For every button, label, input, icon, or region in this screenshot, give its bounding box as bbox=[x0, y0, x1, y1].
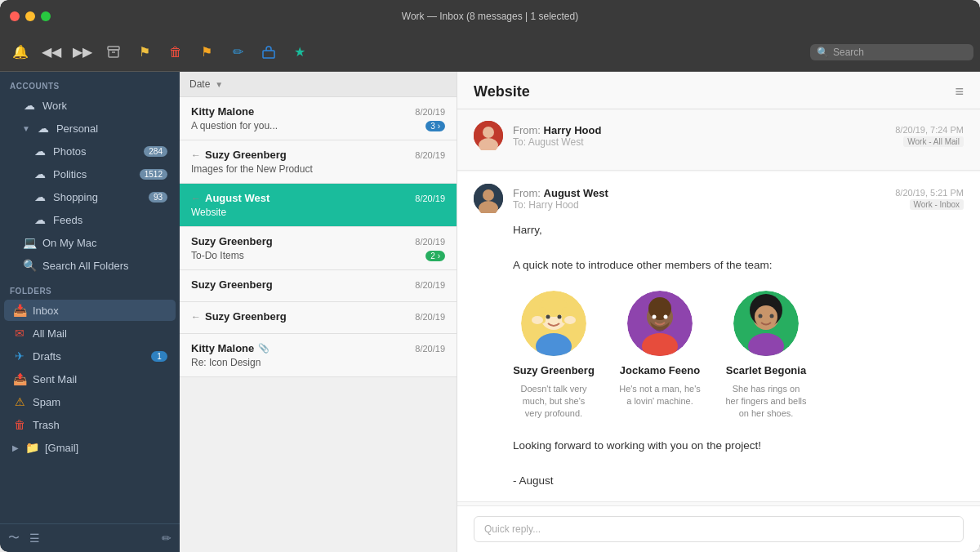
shopping-badge: 93 bbox=[149, 192, 167, 203]
sort-label[interactable]: Date bbox=[189, 78, 210, 90]
email-header: Website ≡ bbox=[457, 72, 980, 109]
reply-icon: ← bbox=[191, 193, 201, 204]
msg-subject: Re: Icon Design bbox=[191, 357, 445, 368]
minimize-button[interactable] bbox=[25, 11, 35, 21]
msg-sender: ← Suzy Greenberg bbox=[191, 310, 287, 323]
photos-badge: 284 bbox=[144, 146, 167, 157]
activity-button[interactable]: 〜 bbox=[8, 531, 20, 545]
svg-point-8 bbox=[483, 189, 494, 201]
email-to-harry: To: Harry Hood bbox=[513, 199, 885, 211]
scarlet-avatar bbox=[733, 291, 799, 356]
email-view: Website ≡ bbox=[457, 72, 980, 552]
move-button[interactable] bbox=[255, 41, 283, 64]
email-menu-button[interactable]: ≡ bbox=[955, 83, 964, 100]
msg-sender: ← August West bbox=[191, 192, 270, 204]
msg-sender: Kitty Malone bbox=[191, 105, 254, 118]
compose-button[interactable]: ✏ bbox=[224, 41, 252, 64]
msg-date: 8/20/19 bbox=[415, 312, 445, 322]
svg-point-24 bbox=[653, 314, 657, 318]
traffic-lights bbox=[10, 11, 51, 21]
message-item-selected[interactable]: ← August West 8/20/19 Website bbox=[180, 184, 457, 227]
sidebar-item-politics[interactable]: ☁ Politics 1512 bbox=[4, 163, 176, 185]
sidebar-item-spam[interactable]: ⚠ Spam bbox=[4, 391, 176, 412]
msg-sender: ← Suzy Greenberg bbox=[191, 149, 287, 161]
forward-button[interactable]: ▶▶ bbox=[69, 41, 96, 64]
scarlet-name: Scarlet Begonia bbox=[725, 363, 807, 380]
sidebar-item-search-all[interactable]: 🔍 Search All Folders bbox=[4, 255, 176, 276]
email-subject: Website bbox=[474, 83, 530, 100]
main-window: Work — Inbox (8 messages | 1 selected) 🔔… bbox=[0, 0, 980, 552]
close-button[interactable] bbox=[10, 11, 20, 21]
main-content: Accounts ☁ Work ▼ ☁ Personal ☁ Photos 28… bbox=[0, 72, 980, 552]
email-timestamp-august: 8/20/19, 5:21 PM Work - Inbox bbox=[895, 188, 964, 210]
sidebar-item-gmail[interactable]: ▶ 📁 [Gmail] bbox=[4, 437, 176, 458]
window-title: Work — Inbox (8 messages | 1 selected) bbox=[402, 11, 578, 22]
notifications-button[interactable]: 🔔 bbox=[7, 41, 34, 64]
sidebar-item-inbox[interactable]: 📥 Inbox bbox=[4, 300, 176, 321]
message-items: Kitty Malone 8/20/19 A question for you.… bbox=[180, 97, 457, 552]
mark-read-button[interactable]: ⚑ bbox=[193, 41, 220, 64]
sidebar-item-work[interactable]: ☁ Work bbox=[4, 95, 176, 116]
sidebar-item-personal[interactable]: ▼ ☁ Personal bbox=[4, 118, 176, 139]
email-message-collapsed[interactable]: From: Harry Hood To: August West 8/20/19… bbox=[457, 109, 980, 171]
message-item[interactable]: Suzy Greenberg 8/20/19 To-Do Items 2 › bbox=[180, 227, 457, 270]
sidebar-item-shopping[interactable]: ☁ Shopping 93 bbox=[4, 186, 176, 207]
sent-icon: 📤 bbox=[12, 372, 27, 385]
jockamo-desc: He's not a man, he's a lovin' machine. bbox=[619, 383, 701, 408]
search-input[interactable] bbox=[833, 47, 967, 58]
politics-badge: 1512 bbox=[140, 169, 167, 180]
sidebar-shopping-label: Shopping bbox=[53, 191, 143, 203]
message-item[interactable]: ← Suzy Greenberg 8/20/19 bbox=[180, 302, 457, 334]
sidebar-drafts-label: Drafts bbox=[33, 350, 145, 363]
msg-date: 8/20/19 bbox=[415, 280, 445, 290]
email-to: To: August West bbox=[513, 136, 885, 148]
svg-point-19 bbox=[564, 316, 576, 324]
archive-button[interactable] bbox=[100, 41, 127, 64]
message-item[interactable]: ← Suzy Greenberg 8/20/19 Images for the … bbox=[180, 140, 457, 184]
shopping-icon: ☁ bbox=[33, 190, 47, 203]
sidebar-item-feeds[interactable]: ☁ Feeds bbox=[4, 209, 176, 230]
email-message-expanded: From: August West To: Harry Hood 8/20/19… bbox=[457, 172, 980, 502]
settings-button[interactable]: ☰ bbox=[29, 532, 40, 545]
svg-rect-3 bbox=[263, 51, 274, 58]
sidebar-item-all-mail[interactable]: ✉ All Mail bbox=[4, 323, 176, 344]
sort-arrow[interactable]: ▼ bbox=[215, 80, 223, 89]
message-item[interactable]: Kitty Malone 8/20/19 A question for you.… bbox=[180, 97, 457, 140]
work-icon: ☁ bbox=[22, 99, 37, 112]
accounts-label: Accounts bbox=[0, 72, 180, 94]
search-bar[interactable]: 🔍 bbox=[810, 44, 973, 60]
message-item[interactable]: Kitty Malone 📎 8/20/19 Re: Icon Design bbox=[180, 334, 457, 377]
sidebar-item-photos[interactable]: ☁ Photos 284 bbox=[4, 140, 176, 162]
message-list-header: Date ▼ bbox=[180, 72, 457, 97]
email-tag: Work - All Mail bbox=[903, 136, 964, 147]
suzy-name: Suzy Greenberg bbox=[513, 363, 595, 380]
email-meta: From: August West To: Harry Hood bbox=[513, 187, 885, 211]
spam-icon: ⚠ bbox=[12, 395, 27, 408]
sidebar-item-on-my-mac[interactable]: 💻 On My Mac bbox=[4, 232, 176, 253]
reply-icon: ← bbox=[191, 311, 201, 323]
email-greeting: Harry, bbox=[513, 221, 964, 239]
msg-badge: 2 › bbox=[425, 251, 445, 261]
message-item[interactable]: Suzy Greenberg 8/20/19 bbox=[180, 270, 457, 302]
compose-small-button[interactable]: ✏ bbox=[162, 532, 172, 545]
sidebar-inbox-label: Inbox bbox=[33, 305, 167, 317]
message-list: Date ▼ Kitty Malone 8/20/19 A question f… bbox=[180, 72, 457, 552]
search-icon: 🔍 bbox=[817, 47, 829, 58]
flag-button[interactable]: ⚑ bbox=[131, 41, 158, 64]
maximize-button[interactable] bbox=[41, 11, 51, 21]
msg-sender: Suzy Greenberg bbox=[191, 235, 273, 247]
quick-reply: Quick reply... bbox=[457, 505, 980, 552]
sidebar-item-drafts[interactable]: ✈ Drafts 1 bbox=[4, 345, 176, 367]
delete-button[interactable]: 🗑 bbox=[162, 41, 189, 64]
more-button[interactable]: ★ bbox=[286, 41, 314, 64]
sidebar-item-sent-mail[interactable]: 📤 Sent Mail bbox=[4, 368, 176, 390]
team-member-jockamo: Jockamo Feeno He's not a man, he's a lov… bbox=[619, 291, 701, 421]
quick-reply-field[interactable]: Quick reply... bbox=[474, 516, 964, 542]
sidebar-footer: 〜 ☰ ✏ bbox=[0, 523, 180, 552]
msg-sender: Suzy Greenberg bbox=[191, 278, 273, 291]
quick-reply-placeholder: Quick reply... bbox=[484, 523, 541, 535]
msg-sender: Kitty Malone 📎 bbox=[191, 342, 270, 354]
back-button[interactable]: ◀◀ bbox=[38, 41, 65, 64]
sidebar-mac-label: On My Mac bbox=[42, 237, 167, 249]
sidebar-item-trash[interactable]: 🗑 Trash bbox=[4, 414, 176, 435]
